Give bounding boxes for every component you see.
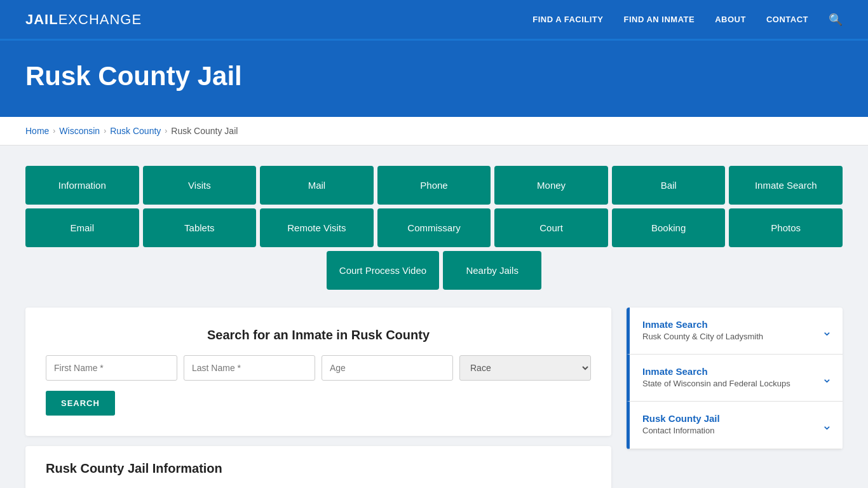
info-section: Rusk County Jail Information	[25, 446, 611, 488]
sidebar-item-subtitle-1: Rusk County & City of Ladysmith	[642, 331, 763, 342]
chevron-down-icon-2: ⌄	[822, 370, 832, 386]
hero-section: Rusk County Jail	[0, 41, 868, 117]
btn-information[interactable]: Information	[25, 166, 139, 205]
navbar: JAILEXCHANGE FIND A FACILITY FIND AN INM…	[0, 0, 868, 41]
about-link[interactable]: ABOUT	[715, 15, 746, 24]
search-button[interactable]: SEARCH	[46, 391, 115, 416]
sidebar-contact-info[interactable]: Rusk County Jail Contact Information ⌄	[627, 402, 843, 449]
first-name-input[interactable]	[46, 355, 177, 381]
btn-tablets[interactable]: Tablets	[143, 208, 257, 247]
button-grid-row3: Court Process Video Nearby Jails	[25, 251, 843, 290]
logo-jail-text: JAIL	[25, 11, 58, 27]
btn-money[interactable]: Money	[494, 166, 608, 205]
breadcrumb-wisconsin[interactable]: Wisconsin	[59, 126, 100, 136]
sidebar-item-subtitle-3: Contact Information	[642, 425, 720, 437]
sidebar: Inmate Search Rusk County & City of Lady…	[627, 308, 843, 449]
sidebar-inmate-search-wisconsin[interactable]: Inmate Search State of Wisconsin and Fed…	[627, 355, 843, 402]
btn-bail[interactable]: Bail	[612, 166, 726, 205]
sidebar-item-title-2: Inmate Search	[642, 366, 790, 377]
contact-link[interactable]: CONTACT	[766, 15, 808, 24]
btn-court-process-video[interactable]: Court Process Video	[327, 251, 439, 290]
chevron-down-icon-1: ⌄	[822, 323, 832, 339]
breadcrumb: Home › Wisconsin › Rusk County › Rusk Co…	[0, 117, 868, 146]
age-input[interactable]	[322, 355, 453, 381]
main-content: Information Visits Mail Phone Money Bail…	[0, 146, 868, 488]
last-name-input[interactable]	[184, 355, 315, 381]
left-column: Search for an Inmate in Rusk County Race…	[25, 308, 611, 488]
inmate-search-box: Search for an Inmate in Rusk County Race…	[25, 308, 611, 436]
btn-email[interactable]: Email	[25, 208, 139, 247]
search-title: Search for an Inmate in Rusk County	[46, 328, 591, 342]
btn-nearby-jails[interactable]: Nearby Jails	[443, 251, 541, 290]
sidebar-item-title-3: Rusk County Jail	[642, 413, 720, 424]
site-logo[interactable]: JAILEXCHANGE	[25, 11, 142, 28]
race-select[interactable]: Race White Black Hispanic Asian Other	[459, 355, 591, 381]
btn-mail[interactable]: Mail	[260, 166, 374, 205]
logo-exchange-text: EXCHANGE	[58, 11, 142, 27]
breadcrumb-sep-2: ›	[104, 126, 106, 135]
search-fields: Race White Black Hispanic Asian Other	[46, 355, 591, 381]
navbar-links: FIND A FACILITY FIND AN INMATE ABOUT CON…	[532, 13, 843, 27]
btn-visits[interactable]: Visits	[143, 166, 257, 205]
sidebar-inmate-search-rusk[interactable]: Inmate Search Rusk County & City of Lady…	[627, 308, 843, 355]
btn-remote-visits[interactable]: Remote Visits	[260, 208, 374, 247]
btn-inmate-search[interactable]: Inmate Search	[729, 166, 843, 205]
find-inmate-link[interactable]: FIND AN INMATE	[623, 15, 695, 24]
button-grid-row1: Information Visits Mail Phone Money Bail…	[25, 166, 843, 205]
chevron-down-icon-3: ⌄	[822, 417, 832, 433]
btn-court[interactable]: Court	[494, 208, 608, 247]
btn-phone[interactable]: Phone	[377, 166, 491, 205]
btn-commissary[interactable]: Commissary	[377, 208, 491, 247]
search-icon[interactable]: 🔍	[829, 13, 843, 27]
breadcrumb-sep-3: ›	[165, 126, 167, 135]
button-grid-row2: Email Tablets Remote Visits Commissary C…	[25, 208, 843, 247]
breadcrumb-sep-1: ›	[53, 126, 55, 135]
btn-booking[interactable]: Booking	[612, 208, 726, 247]
breadcrumb-home[interactable]: Home	[25, 126, 49, 136]
breadcrumb-rusk-county[interactable]: Rusk County	[110, 126, 161, 136]
breadcrumb-current: Rusk County Jail	[171, 126, 238, 136]
sidebar-item-subtitle-2: State of Wisconsin and Federal Lockups	[642, 378, 790, 390]
page-title: Rusk County Jail	[25, 61, 843, 92]
lower-section: Search for an Inmate in Rusk County Race…	[25, 308, 843, 488]
btn-photos[interactable]: Photos	[729, 208, 843, 247]
sidebar-item-title-1: Inmate Search	[642, 319, 763, 330]
info-title: Rusk County Jail Information	[46, 461, 591, 476]
find-facility-link[interactable]: FIND A FACILITY	[532, 15, 603, 24]
